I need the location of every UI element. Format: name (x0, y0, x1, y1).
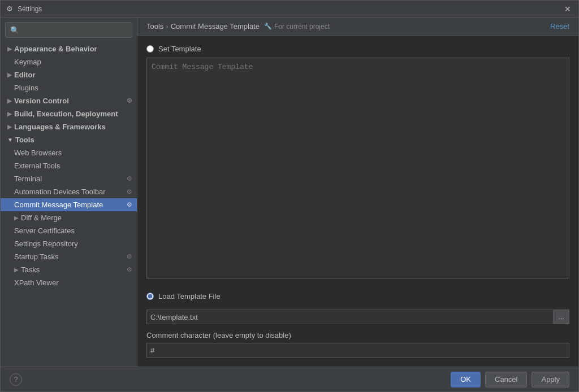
set-template-label[interactable]: Set Template (158, 45, 201, 53)
sidebar-item-label: Server Certificates (14, 227, 75, 235)
search-box[interactable]: 🔍 (5, 22, 132, 38)
sidebar-item-appearance[interactable]: ▶ Appearance & Behavior (1, 42, 137, 55)
sidebar-item-startup-tasks[interactable]: Startup Tasks ⚙ (1, 250, 137, 263)
sidebar-item-label: Startup Tasks (14, 252, 59, 261)
content-area: 🔍 ▶ Appearance & Behavior Keymap ▶ Edito… (1, 18, 578, 367)
browse-button[interactable]: ... (554, 310, 569, 324)
close-button[interactable]: ✕ (561, 3, 574, 15)
sidebar-item-label: Commit Message Template (14, 201, 103, 209)
settings-icon: ⚙ (127, 188, 132, 195)
main-content: Set Template Load Template File ... Comm… (137, 36, 578, 367)
sidebar-item-terminal[interactable]: Terminal ⚙ (1, 172, 137, 185)
ok-button[interactable]: OK (451, 372, 481, 387)
arrow-icon: ▶ (7, 72, 12, 78)
sidebar-item-label: External Tools (14, 162, 60, 170)
main-header: Tools › Commit Message Template 🔧 For cu… (137, 18, 578, 36)
sidebar-item-editor[interactable]: ▶ Editor (1, 68, 137, 81)
load-template-radio[interactable] (146, 293, 154, 300)
sidebar-item-label: Appearance & Behavior (14, 45, 97, 53)
arrow-icon: ▶ (7, 124, 12, 130)
sidebar-item-label: Settings Repository (14, 239, 78, 248)
sidebar-item-server-certificates[interactable]: Server Certificates (1, 224, 137, 237)
main-panel: Tools › Commit Message Template 🔧 For cu… (137, 18, 578, 367)
arrow-icon: ▶ (7, 98, 12, 104)
settings-icon: ⚙ (127, 266, 132, 273)
file-path-input[interactable] (146, 310, 554, 324)
apply-button[interactable]: Apply (532, 372, 569, 387)
sidebar-item-commit-message-template[interactable]: Commit Message Template ⚙ (1, 198, 137, 211)
sidebar-item-plugins[interactable]: Plugins (1, 81, 137, 94)
sidebar-item-label: Editor (14, 71, 36, 79)
sidebar-item-label: Languages & Frameworks (14, 123, 106, 131)
sidebar-item-label: Tasks (21, 265, 40, 274)
app-icon: ⚙ (5, 5, 14, 14)
settings-icon: ⚙ (127, 175, 132, 182)
breadcrumb-project: 🔧 For current project (264, 23, 330, 31)
sidebar-item-label: Diff & Merge (21, 214, 62, 222)
set-template-radio[interactable] (146, 45, 154, 53)
arrow-icon: ▼ (7, 137, 13, 143)
project-icon: 🔧 (264, 23, 272, 30)
template-textarea[interactable] (146, 58, 569, 278)
arrow-icon: ▶ (7, 46, 12, 52)
sidebar: 🔍 ▶ Appearance & Behavior Keymap ▶ Edito… (1, 18, 137, 367)
breadcrumb-separator: › (166, 22, 168, 31)
project-label: For current project (274, 23, 330, 31)
bottom-bar: ? OK Cancel Apply (1, 367, 578, 391)
sidebar-item-web-browsers[interactable]: Web Browsers (1, 146, 137, 159)
sidebar-item-settings-repository[interactable]: Settings Repository (1, 237, 137, 250)
settings-icon: ⚙ (127, 253, 132, 260)
load-template-radio-row: Load Template File (146, 292, 569, 300)
sidebar-item-automation-devices[interactable]: Automation Devices Toolbar ⚙ (1, 185, 137, 198)
window-title: Settings (18, 5, 561, 13)
reset-button[interactable]: Reset (550, 22, 569, 31)
sidebar-item-keymap[interactable]: Keymap (1, 55, 137, 68)
load-template-label[interactable]: Load Template File (158, 292, 221, 300)
sidebar-item-label: Tools (15, 136, 34, 144)
arrow-icon: ▶ (14, 267, 19, 273)
sidebar-item-languages[interactable]: ▶ Languages & Frameworks (1, 120, 137, 133)
breadcrumb-current: Commit Message Template (171, 22, 260, 31)
sidebar-item-label: XPath Viewer (14, 278, 59, 287)
settings-icon: ⚙ (127, 201, 132, 208)
sidebar-item-diff-merge[interactable]: ▶ Diff & Merge (1, 211, 137, 224)
sidebar-item-label: Web Browsers (14, 149, 62, 157)
sidebar-item-label: Keymap (14, 58, 41, 66)
sidebar-item-build-execution[interactable]: ▶ Build, Execution, Deployment (1, 107, 137, 120)
file-path-row: ... (146, 310, 569, 324)
sidebar-item-label: Plugins (14, 84, 38, 92)
settings-icon: ⚙ (127, 97, 132, 104)
comment-input[interactable] (146, 343, 569, 358)
search-input[interactable] (23, 26, 127, 34)
sidebar-item-tasks[interactable]: ▶ Tasks ⚙ (1, 263, 137, 276)
comment-label: Comment character (leave empty to disabl… (146, 331, 569, 339)
set-template-radio-row: Set Template (146, 45, 569, 53)
sidebar-item-xpath-viewer[interactable]: XPath Viewer (1, 276, 137, 289)
sidebar-item-version-control[interactable]: ▶ Version Control ⚙ (1, 94, 137, 107)
search-icon: 🔍 (10, 26, 19, 34)
breadcrumb: Tools › Commit Message Template 🔧 For cu… (146, 22, 550, 31)
breadcrumb-root: Tools (146, 22, 163, 31)
help-button[interactable]: ? (10, 373, 22, 386)
sidebar-item-tools[interactable]: ▼ Tools (1, 133, 137, 146)
sidebar-item-label: Automation Devices Toolbar (14, 188, 106, 196)
arrow-icon: ▶ (14, 215, 19, 221)
cancel-button[interactable]: Cancel (485, 372, 527, 387)
settings-window: ⚙ Settings ✕ 🔍 ▶ Appearance & Behavior K… (0, 0, 579, 392)
action-buttons: OK Cancel Apply (451, 372, 569, 387)
titlebar: ⚙ Settings ✕ (1, 1, 578, 18)
arrow-icon: ▶ (7, 111, 12, 117)
sidebar-item-label: Build, Execution, Deployment (14, 110, 118, 118)
sidebar-item-label: Terminal (14, 175, 42, 183)
sidebar-item-external-tools[interactable]: External Tools (1, 159, 137, 172)
sidebar-item-label: Version Control (14, 97, 69, 105)
